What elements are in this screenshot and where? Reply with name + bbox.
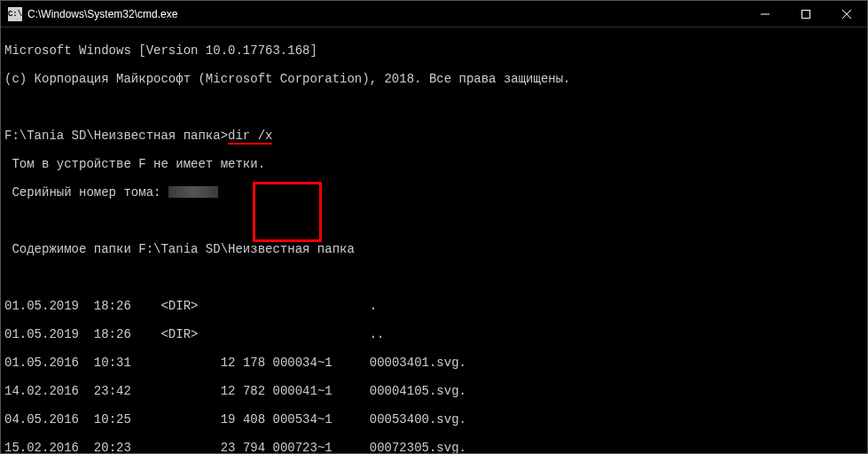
cmd-window: C:\ C:\Windows\System32\cmd.exe xyxy=(0,0,868,454)
copyright-line: (c) Корпорация Майкрософт (Microsoft Cor… xyxy=(4,72,864,86)
blank-line xyxy=(4,214,864,228)
serial-redacted xyxy=(168,186,218,198)
file-row: 15.02.2016 20:23 23 794 000723~1 0007230… xyxy=(4,441,864,453)
short-name: 000723~1 xyxy=(273,441,332,453)
window-controls xyxy=(745,1,867,27)
minimize-icon xyxy=(761,10,770,19)
dir-row: 01.05.2019 18:26 <DIR> . xyxy=(4,299,864,313)
blank-line xyxy=(4,270,864,285)
short-name: 000534~1 xyxy=(273,412,332,427)
cmd-icon: C:\ xyxy=(8,7,22,21)
short-name: 000041~1 xyxy=(273,384,332,398)
volume-line: Том в устройстве F не имеет метки. xyxy=(4,157,864,171)
svg-rect-1 xyxy=(802,10,810,18)
long-name: 00003401.svg. xyxy=(370,356,466,370)
close-button[interactable] xyxy=(826,1,867,27)
titlebar[interactable]: C:\ C:\Windows\System32\cmd.exe xyxy=(1,1,867,27)
minimize-button[interactable] xyxy=(745,1,786,27)
prompt-path: F:\Tania SD\Неизвестная папка> xyxy=(4,129,228,143)
contents-line: Содержимое папки F:\Tania SD\Неизвестная… xyxy=(4,242,864,256)
dir-row: 01.05.2019 18:26 <DIR> .. xyxy=(4,327,864,341)
short-name: 000034~1 xyxy=(273,356,332,370)
window-title: C:\Windows\System32\cmd.exe xyxy=(27,8,177,20)
file-row: 14.02.2016 23:42 12 782 000041~1 0000410… xyxy=(4,384,864,398)
blank-line xyxy=(4,100,864,114)
prompt-line-1: F:\Tania SD\Неизвестная папка>dir /x xyxy=(4,129,864,143)
long-name: 00072305.svg. xyxy=(370,441,466,453)
version-line: Microsoft Windows [Version 10.0.17763.16… xyxy=(4,43,864,58)
maximize-icon xyxy=(802,10,810,19)
terminal-body[interactable]: Microsoft Windows [Version 10.0.17763.16… xyxy=(1,27,867,453)
close-icon xyxy=(842,10,851,19)
command-dir-x: dir /x xyxy=(228,129,272,145)
file-row: 04.05.2016 10:25 19 408 000534~1 0005340… xyxy=(4,412,864,427)
serial-prefix: Серийный номер тома: xyxy=(4,185,168,200)
maximize-button[interactable] xyxy=(786,1,826,27)
serial-line: Серийный номер тома: xyxy=(4,185,864,200)
long-name: 00053400.svg. xyxy=(370,412,466,427)
titlebar-left: C:\ C:\Windows\System32\cmd.exe xyxy=(1,7,177,21)
long-name: 00004105.svg. xyxy=(370,384,466,398)
file-row: 01.05.2016 10:31 12 178 000034~1 0000340… xyxy=(4,356,864,370)
